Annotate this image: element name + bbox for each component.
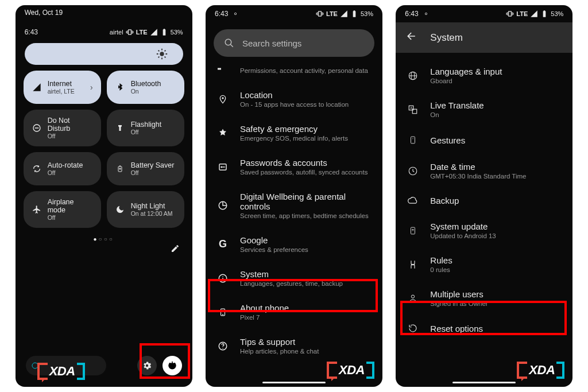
star-icon [216, 128, 230, 138]
key-icon [216, 162, 230, 172]
info-icon [216, 273, 230, 284]
setting-google[interactable]: G GoogleServices & preferences [206, 227, 382, 261]
battery-saver-icon [115, 164, 125, 174]
status-time: 6:43 [25, 28, 38, 36]
tile-dnd[interactable]: Do Not DisturbOff [24, 110, 101, 146]
search-icon [224, 38, 234, 48]
svg-point-15 [225, 39, 231, 45]
cloud-icon [406, 197, 420, 205]
chevron-right-icon: › [90, 83, 93, 92]
setting-safety[interactable]: Safety & emergencyEmergency SOS, medical… [206, 116, 382, 150]
dot-icon [233, 11, 238, 17]
reset-icon [406, 323, 420, 333]
tile-airplane[interactable]: Airplane modeOff [24, 191, 101, 228]
system-backup[interactable]: Backup [396, 188, 572, 214]
update-icon [406, 225, 420, 236]
rules-icon [406, 259, 420, 270]
translate-icon: A [406, 104, 420, 115]
power-icon [167, 360, 177, 371]
system-languages[interactable]: Languages & inputGboard [396, 59, 572, 92]
status-right: airtel LTE 53% [110, 28, 183, 36]
privacy-icon [216, 67, 230, 71]
svg-rect-37 [411, 137, 415, 143]
flashlight-icon [115, 123, 125, 133]
settings-gear-button[interactable] [137, 356, 157, 375]
phone-quick-settings: Wed, Oct 19 6:43 airtel LTE 53% Internet… [16, 5, 192, 387]
tile-internet[interactable]: Internetairtel, LTE › [24, 71, 101, 104]
gesture-icon [406, 134, 420, 146]
brightness-slider[interactable] [25, 43, 183, 65]
location-icon [216, 94, 230, 105]
moon-icon [115, 205, 125, 214]
svg-line-8 [164, 51, 165, 52]
quick-tiles: Internetairtel, LTE › BluetoothOn Do Not… [16, 71, 192, 228]
page-title: System [430, 32, 463, 44]
power-button[interactable] [163, 356, 182, 375]
svg-point-0 [160, 52, 164, 56]
tile-battery-saver[interactable]: Battery SaverOff [107, 152, 184, 185]
svg-point-29 [222, 348, 223, 349]
phone-system-settings: 6:43 LTE 53% System Languages & inputGbo… [396, 5, 572, 387]
svg-line-6 [164, 57, 165, 58]
svg-point-30 [425, 13, 427, 14]
battery-icon [350, 10, 358, 18]
xda-watermark: XDA [37, 363, 85, 380]
phone-settings-list: 6:43 LTE 53% Search settings Permissions… [206, 5, 382, 387]
system-datetime[interactable]: Date & timeGMT+05:30 India Standard Time [396, 154, 572, 188]
svg-line-5 [158, 51, 159, 52]
phone-icon [216, 306, 230, 318]
setting-wellbeing[interactable]: Digital Wellbeing & parental controlsScr… [206, 184, 382, 227]
xda-watermark: XDA [517, 362, 564, 379]
page-dots: ●○○○ [16, 228, 192, 244]
tile-autorotate[interactable]: Auto-rotateOff [24, 152, 101, 185]
airplane-icon [32, 205, 42, 214]
home-indicator[interactable] [262, 382, 326, 383]
system-gestures[interactable]: Gestures [396, 126, 572, 154]
vibrate-icon [506, 10, 514, 18]
svg-point-18 [222, 97, 223, 99]
back-arrow-icon[interactable] [406, 30, 417, 45]
svg-rect-17 [218, 68, 221, 70]
dot-icon [423, 11, 429, 17]
tile-bluetooth[interactable]: BluetoothOn [107, 71, 184, 104]
svg-point-38 [413, 138, 413, 139]
help-icon [216, 341, 230, 351]
date-label: Wed, Oct 19 [16, 5, 192, 20]
status-bar: 6:43 LTE 53% [396, 5, 572, 22]
setting-system[interactable]: SystemLanguages, gestures, time, backup [206, 261, 382, 295]
edit-icon[interactable] [171, 244, 180, 255]
battery-icon [160, 28, 168, 36]
system-translate[interactable]: A Live TranslateOn [396, 92, 572, 126]
setting-about[interactable]: About phonePixel 7 [206, 295, 382, 329]
settings-search[interactable]: Search settings [214, 29, 374, 57]
svg-line-7 [158, 57, 159, 58]
tile-nightlight[interactable]: Night LightOn at 12:00 AM [107, 191, 184, 228]
signal-icon [32, 83, 42, 92]
setting-privacy[interactable]: Permissions, account activity, personal … [206, 67, 382, 82]
tile-flashlight[interactable]: FlashlightOff [107, 110, 184, 146]
system-update[interactable]: System updateUpdated to Android 13 [396, 214, 572, 247]
setting-location[interactable]: LocationOn - 15 apps have access to loca… [206, 82, 382, 116]
system-users[interactable]: Multiple usersSigned in as Owner [396, 281, 572, 315]
vibrate-icon [316, 10, 324, 18]
signal-icon [530, 10, 538, 18]
signal-icon [340, 10, 348, 18]
settings-list: Permissions, account activity, personal … [206, 67, 382, 370]
signal-icon [150, 28, 158, 36]
svg-point-14 [235, 13, 237, 14]
svg-line-16 [230, 44, 233, 47]
wellbeing-icon [216, 200, 230, 211]
setting-passwords[interactable]: Passwords & accountsSaved passwords, aut… [206, 150, 382, 184]
rotate-icon [32, 164, 42, 173]
home-indicator[interactable] [452, 382, 516, 383]
google-icon: G [216, 238, 230, 250]
brightness-icon [156, 48, 168, 60]
xda-watermark: XDA [327, 362, 374, 379]
dnd-icon [32, 123, 42, 133]
vibrate-icon [126, 28, 134, 36]
system-reset[interactable]: Reset options [396, 315, 572, 341]
bluetooth-icon [115, 82, 125, 92]
system-rules[interactable]: Rules0 rules [396, 247, 572, 281]
setting-tips[interactable]: Tips & supportHelp articles, phone & cha… [206, 329, 382, 363]
user-icon [406, 293, 420, 304]
